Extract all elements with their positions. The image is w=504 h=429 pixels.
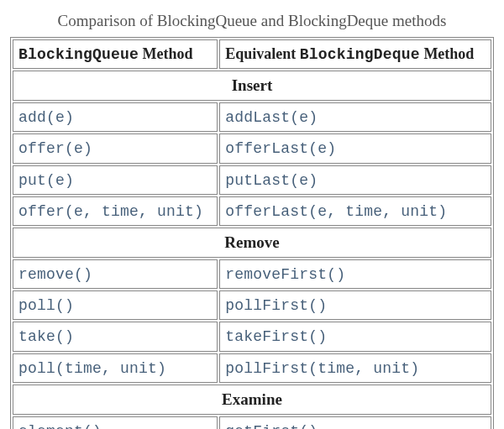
table-row: poll(time, unit) pollFirst(time, unit): [13, 353, 491, 383]
method-code: take(): [18, 328, 74, 345]
table-row: offer(e, time, unit) offerLast(e, time, …: [13, 196, 491, 226]
header-text: Method: [139, 45, 193, 62]
method-code: takeFirst(): [225, 328, 327, 345]
table-row: poll() pollFirst(): [13, 290, 491, 320]
queue-method-cell: add(e): [13, 102, 218, 132]
deque-method-cell: addLast(e): [219, 102, 491, 132]
method-code: poll(): [18, 297, 74, 314]
queue-method-cell: take(): [13, 322, 218, 351]
method-code: add(e): [18, 109, 74, 126]
method-code: element(): [18, 423, 102, 429]
header-text: Method: [420, 45, 475, 62]
deque-method-cell: offerLast(e): [219, 133, 491, 163]
table-row: take() takeFirst(): [13, 322, 491, 351]
deque-method-cell: takeFirst(): [219, 322, 491, 351]
method-code: offer(e): [18, 140, 92, 157]
header-code: BlockingQueue: [18, 46, 139, 63]
queue-method-cell: poll(time, unit): [13, 353, 218, 383]
method-code: pollFirst(): [225, 297, 327, 314]
queue-method-cell: element(): [13, 416, 218, 429]
deque-method-cell: pollFirst(): [219, 290, 491, 320]
table-row: offer(e) offerLast(e): [13, 133, 491, 163]
section-header-insert: Insert: [13, 71, 491, 101]
method-code: offerLast(e, time, unit): [225, 203, 447, 220]
queue-method-cell: poll(): [13, 290, 218, 320]
method-code: offerLast(e): [225, 140, 336, 157]
col-header-queue: BlockingQueue Method: [13, 39, 218, 69]
table-header-row: BlockingQueue Method Equivalent Blocking…: [13, 39, 491, 69]
table-row: remove() removeFirst(): [13, 259, 491, 289]
section-header-remove: Remove: [13, 228, 491, 258]
comparison-table: BlockingQueue Method Equivalent Blocking…: [10, 37, 494, 429]
method-code: remove(): [18, 266, 92, 283]
table-row: add(e) addLast(e): [13, 102, 491, 132]
deque-method-cell: removeFirst(): [219, 259, 491, 289]
table-caption: Comparison of BlockingQueue and Blocking…: [10, 12, 494, 30]
method-code: getFirst(): [225, 423, 318, 429]
table-row: element() getFirst(): [13, 416, 491, 429]
method-code: pollFirst(time, unit): [225, 360, 419, 377]
deque-method-cell: offerLast(e, time, unit): [219, 196, 491, 226]
section-header-examine: Examine: [13, 385, 491, 415]
method-code: poll(time, unit): [18, 360, 166, 377]
table-row: put(e) putLast(e): [13, 165, 491, 195]
method-code: offer(e, time, unit): [18, 203, 203, 220]
col-header-deque: Equivalent BlockingDeque Method: [219, 39, 491, 69]
method-code: removeFirst(): [225, 266, 345, 283]
section-label: Remove: [13, 228, 491, 258]
section-label: Insert: [13, 71, 491, 101]
queue-method-cell: remove(): [13, 259, 218, 289]
deque-method-cell: putLast(e): [219, 165, 491, 195]
queue-method-cell: put(e): [13, 165, 218, 195]
section-label: Examine: [13, 385, 491, 415]
method-code: put(e): [18, 172, 74, 189]
queue-method-cell: offer(e, time, unit): [13, 196, 218, 226]
deque-method-cell: getFirst(): [219, 416, 491, 429]
deque-method-cell: pollFirst(time, unit): [219, 353, 491, 383]
queue-method-cell: offer(e): [13, 133, 218, 163]
header-code: BlockingDeque: [300, 46, 420, 63]
method-code: addLast(e): [225, 109, 318, 126]
method-code: putLast(e): [225, 172, 318, 189]
header-text: Equivalent: [225, 45, 300, 62]
